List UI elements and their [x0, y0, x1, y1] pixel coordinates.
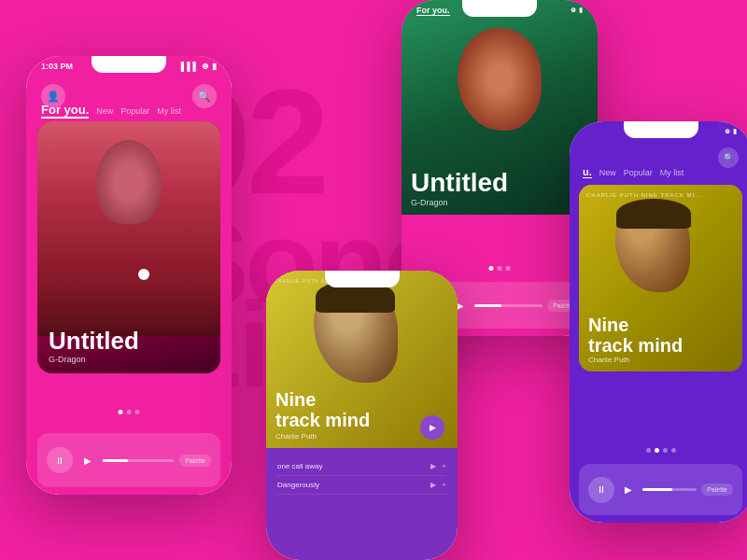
next-button[interactable]: ▶	[78, 451, 97, 469]
nav-mylist[interactable]: My list	[157, 106, 181, 116]
play-icon-2: ▶	[430, 423, 436, 432]
album-title-overlay-4: Ninetrack mind Charlie Puth	[588, 315, 735, 364]
song-actions-2: ▶ +	[430, 481, 446, 489]
dot-1	[119, 410, 123, 414]
progress-fill-3	[474, 304, 501, 307]
progress-bar[interactable]	[103, 459, 174, 462]
pause-icon: ⏸	[55, 455, 64, 466]
dot-4-1	[646, 448, 651, 453]
phone-4-dots	[646, 448, 676, 453]
song-add-1[interactable]: +	[442, 462, 446, 470]
song-play-1[interactable]: ▶	[430, 462, 436, 470]
phone-1-notch	[92, 56, 166, 73]
for-you-tab-4[interactable]: u.	[583, 166, 592, 178]
album-title-overlay-3: Untitled G-Dragon	[411, 168, 508, 207]
nav-new[interactable]: New	[96, 106, 113, 116]
phone-1-dots	[119, 410, 140, 414]
phone-3-notch	[462, 0, 537, 17]
search-symbol-4: 🔍	[724, 153, 734, 162]
nav-popular-4[interactable]: Popular	[624, 168, 653, 177]
song-item-2[interactable]: Dangerously ▶ +	[277, 476, 446, 495]
battery-icon: ▮	[212, 62, 217, 71]
palette-button-4[interactable]: Palette	[701, 483, 733, 496]
dot-3-1	[489, 266, 494, 271]
phone-4-frame: ⊛ ▮ 🔍 u. New Popular My list CHARLIE PUT…	[570, 121, 747, 523]
wifi-icon-3: ⊛	[571, 7, 576, 14]
phone-1-status-icons: ▌▌▌ ⊛ ▮	[181, 62, 217, 71]
play-button-2[interactable]: ▶	[420, 415, 444, 440]
phone-1-screen: 1:03 PM ▌▌▌ ⊛ ▮ 👤 🔍 For you. New Popular…	[26, 56, 232, 495]
album-title-overlay-2: Ninetrack mind Charlie Puth	[275, 389, 370, 441]
phone-1-time: 1:03 PM	[41, 62, 73, 71]
nav-new-4[interactable]: New	[599, 168, 616, 177]
pause-icon-4: ⏸	[597, 484, 606, 495]
phone-2-play-overlay[interactable]: ▶	[420, 415, 444, 440]
pause-button[interactable]: ⏸	[47, 447, 73, 473]
phone-2-screen: CHARLIE PUTH NINE TRACK MI... Ninetrack …	[266, 271, 458, 560]
search-icon-4[interactable]: 🔍	[718, 147, 739, 168]
song-play-2[interactable]: ▶	[430, 481, 436, 489]
palette-button[interactable]: Palette	[179, 455, 211, 467]
nav-popular[interactable]: Popular	[120, 106, 149, 116]
phone-4-player-bar: ⏸ ▶ Palette	[579, 464, 742, 515]
search-icon-symbol: 🔍	[198, 91, 211, 103]
nav-mylist-4[interactable]: My list	[660, 168, 684, 177]
phone-4-screen: ⊛ ▮ 🔍 u. New Popular My list CHARLIE PUT…	[570, 121, 747, 523]
song-title-2: Dangerously	[277, 481, 319, 489]
phone-1-frame: 1:03 PM ▌▌▌ ⊛ ▮ 👤 🔍 For you. New Popular…	[26, 56, 232, 495]
artist-name-3: G-Dragon	[411, 198, 508, 207]
album-title-3: Untitled	[411, 168, 508, 198]
next-icon-4: ▶	[625, 484, 632, 495]
phone-4-notch	[624, 121, 698, 138]
signal-icon: ▌▌▌	[181, 62, 199, 71]
album-title: Untitled	[49, 329, 209, 353]
user-icon-symbol: 👤	[47, 91, 60, 103]
gdragon-portrait	[37, 121, 220, 336]
progress-fill	[103, 459, 128, 462]
phone-3-dots	[489, 266, 511, 271]
artist-name-2: Charlie Puth	[275, 432, 370, 441]
dot-4-4	[671, 448, 676, 453]
progress-bar-3[interactable]	[474, 304, 543, 307]
dot-4-3	[663, 448, 668, 453]
progress-bar-4[interactable]	[642, 488, 697, 491]
battery-icon-4: ▮	[733, 128, 737, 135]
song-actions-1: ▶ +	[430, 462, 446, 470]
artist-name: G-Dragon	[49, 355, 209, 364]
phone-3-status-icons: ⊛ ▮	[571, 7, 583, 14]
album-title-2: Ninetrack mind	[275, 389, 370, 430]
phone-1-nav: For you. New Popular My list	[41, 103, 181, 119]
phone-4-album-card[interactable]: CHARLIE PUTH NINE TRACK MI... Ninetrack …	[579, 185, 742, 371]
for-you-tab[interactable]: For you.	[41, 103, 89, 119]
album-title-4: Ninetrack mind	[588, 315, 735, 356]
battery-icon-3: ▮	[579, 7, 583, 14]
phone-1-player-bar: ⏸ ▶ Palette	[37, 433, 220, 487]
phone-2-frame: CHARLIE PUTH NINE TRACK MI... Ninetrack …	[266, 271, 458, 560]
song-item-1[interactable]: one call away ▶ +	[277, 457, 446, 476]
search-icon[interactable]: 🔍	[192, 84, 217, 108]
next-icon: ▶	[84, 455, 92, 466]
dot-3	[135, 410, 140, 414]
dot-2	[127, 410, 132, 414]
phone-4-nav: u. New Popular My list	[583, 166, 684, 178]
charlie-badge-4: CHARLIE PUTH NINE TRACK MI...	[586, 192, 702, 198]
phone-1-album-card[interactable]: Untitled G-Dragon	[37, 121, 220, 373]
gdragon-accessory	[138, 269, 149, 280]
phone-2-song-list: one call away ▶ + Dangerously ▶ +	[266, 453, 458, 499]
pause-button-4[interactable]: ⏸	[588, 477, 614, 503]
phone-3-album-card[interactable]: Untitled G-Dragon	[402, 0, 598, 215]
album-title-overlay: Untitled G-Dragon	[37, 319, 220, 373]
phone-2-notch	[325, 271, 400, 287]
charlie-hair-4	[616, 199, 691, 229]
next-button-4[interactable]: ▶	[619, 481, 638, 499]
wifi-icon-4: ⊛	[725, 128, 730, 135]
dot-4-2	[655, 448, 659, 453]
phone-4-status-icons: ⊛ ▮	[725, 128, 737, 135]
dot-3-3	[506, 266, 511, 271]
progress-fill-4	[642, 488, 672, 491]
artist-name-4: Charlie Puth	[588, 356, 735, 364]
song-add-2[interactable]: +	[442, 481, 446, 489]
next-icon-3: ▶	[457, 301, 464, 311]
wifi-icon: ⊛	[202, 62, 209, 71]
dot-3-2	[498, 266, 502, 271]
